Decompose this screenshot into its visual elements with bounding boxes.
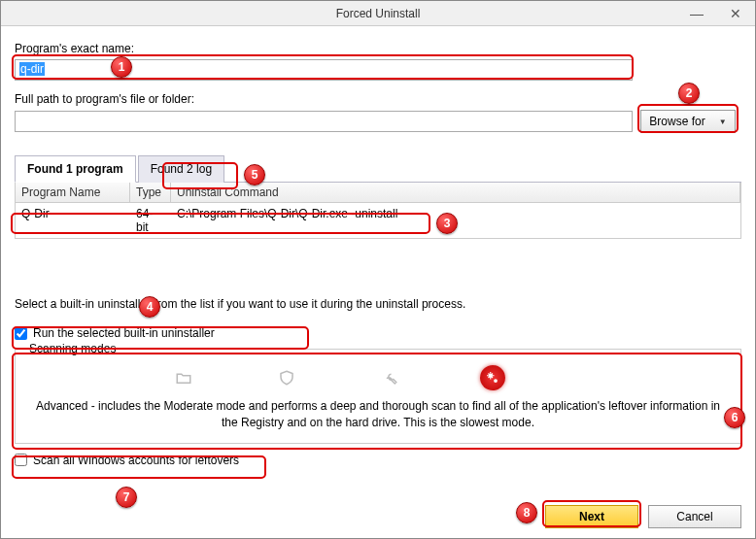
wrench-icon[interactable] [377, 365, 402, 390]
cancel-button[interactable]: Cancel [648, 505, 741, 528]
scan-all-checkbox[interactable] [15, 454, 27, 466]
scan-all-label: Scan all Windows accounts for leftovers [33, 454, 239, 467]
cell-cmd: C:\Program Files\Q-Dir\Q-Dir.exe -uninst… [171, 205, 740, 236]
run-builtin-checkbox-row[interactable]: Run the selected built-in uninstaller [15, 326, 741, 340]
col-type[interactable]: Type [130, 183, 171, 202]
scanning-modes-group: Scanning modes Advanced - includes the M… [15, 342, 741, 444]
next-button[interactable]: Next [545, 505, 638, 528]
cell-type: 64-bit [130, 205, 171, 236]
program-name-input[interactable]: q-dir [15, 59, 633, 81]
mode-icons-row [25, 361, 731, 398]
window-title: Forced Uninstall [336, 7, 421, 20]
scan-all-checkbox-row[interactable]: Scan all Windows accounts for leftovers [15, 454, 741, 467]
titlebar: Forced Uninstall — ✕ [1, 1, 755, 26]
table-header: Program Name Type Uninstall Command [16, 183, 740, 203]
folder-icon[interactable] [171, 365, 196, 390]
table-row[interactable]: Q-Dir 64-bit C:\Program Files\Q-Dir\Q-Di… [16, 203, 740, 238]
col-program-name[interactable]: Program Name [16, 183, 130, 202]
col-uninstall-cmd[interactable]: Uninstall Command [171, 183, 740, 202]
run-builtin-label: Run the selected built-in uninstaller [33, 326, 215, 340]
results-table: Program Name Type Uninstall Command Q-Di… [15, 183, 741, 239]
tab-found-program[interactable]: Found 1 program [15, 155, 136, 183]
callout-8: 8 [516, 502, 537, 523]
mode-description: Advanced - includes the Moderate mode an… [25, 398, 731, 431]
program-name-value: q-dir [19, 62, 45, 76]
browse-button[interactable]: Browse for ▼ [640, 110, 736, 133]
footer-buttons: Next Cancel [545, 505, 741, 528]
program-name-label: Program's exact name: [15, 42, 741, 55]
content: Program's exact name: q-dir Full path to… [1, 26, 755, 473]
path-input[interactable] [15, 111, 633, 132]
cell-name: Q-Dir [16, 205, 130, 236]
gears-icon[interactable] [480, 365, 505, 390]
svg-point-1 [494, 379, 498, 383]
browse-label: Browse for [649, 115, 704, 128]
minimize-button[interactable]: — [677, 1, 716, 26]
close-button[interactable]: ✕ [716, 1, 755, 26]
shield-icon[interactable] [274, 365, 299, 390]
tab-found-log[interactable]: Found 2 log [138, 155, 224, 183]
instruction-text: Select a built-in uninstaller from the l… [15, 297, 741, 311]
path-label: Full path to program's file or folder: [15, 92, 741, 106]
window-controls: — ✕ [677, 1, 755, 26]
chevron-down-icon: ▼ [719, 118, 727, 126]
run-builtin-checkbox[interactable] [15, 327, 27, 340]
tabs: Found 1 program Found 2 log [15, 154, 741, 183]
scanning-modes-legend: Scanning modes [25, 342, 120, 355]
callout-7: 7 [116, 487, 137, 508]
